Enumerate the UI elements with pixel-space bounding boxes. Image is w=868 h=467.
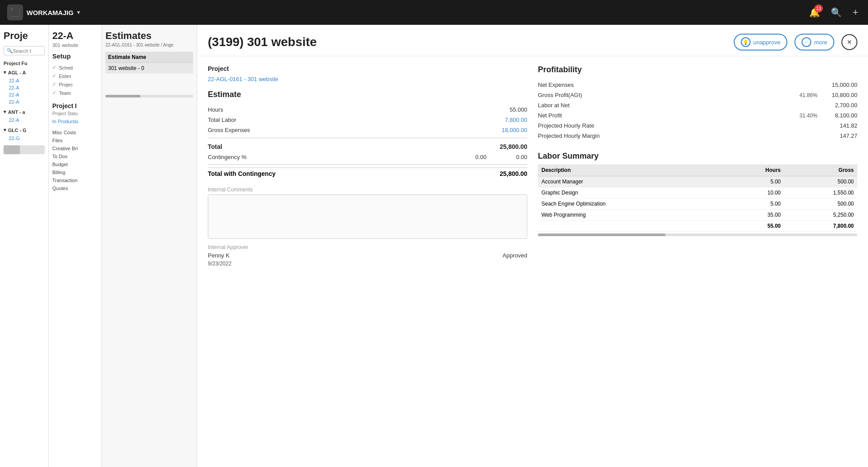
global-search-icon[interactable]: 🔍 bbox=[828, 4, 845, 20]
unapprove-button[interactable]: 💡 unapprove bbox=[734, 34, 787, 51]
estimate-expenses-value: 18,000.00 bbox=[502, 127, 527, 133]
contingency-val: 0.00 bbox=[492, 154, 527, 160]
contingency-pct: 0.00 bbox=[460, 154, 487, 160]
profit-net-profit-pct: 31.40% bbox=[786, 113, 817, 119]
agl-link-1[interactable]: 22-A bbox=[4, 77, 45, 84]
search-bar[interactable]: 🔍 bbox=[4, 46, 45, 55]
close-button[interactable]: × bbox=[841, 34, 857, 50]
side-budget[interactable]: Budget bbox=[52, 160, 98, 168]
glc-chevron-icon: ▾ bbox=[4, 127, 6, 133]
estimate-total-row: Total 25,800.00 bbox=[208, 141, 527, 152]
comments-box[interactable] bbox=[208, 195, 527, 239]
nav-schedule[interactable]: ✓ Sched bbox=[52, 63, 98, 72]
profitability-section: Profitability Net Expenses 15,000.00 Gro… bbox=[538, 65, 857, 141]
left-column: Project 22-AGL-0161 - 301 website Estima… bbox=[208, 65, 527, 267]
profit-hourly-margin-val: 147.27 bbox=[817, 132, 857, 139]
check-icon: ✓ bbox=[52, 65, 56, 70]
ant-link-1[interactable]: 22-A bbox=[4, 117, 45, 124]
ant-group: ▾ ANT - a 22-A bbox=[4, 109, 45, 124]
approver-name: Penny K bbox=[208, 252, 230, 259]
labor-gross-3: 500.00 bbox=[784, 198, 857, 210]
project-link[interactable]: 22-AGL-0161 - 301 website bbox=[208, 76, 278, 82]
glc-group: ▾ GLC - G 22-G bbox=[4, 127, 45, 142]
estimates-title: Estimates bbox=[105, 30, 193, 42]
profit-net-profit-label: Net Profit bbox=[538, 112, 786, 119]
nav-project[interactable]: ✓ Projec bbox=[52, 80, 98, 89]
labor-hours-4: 35.00 bbox=[725, 210, 784, 221]
labor-table: Description Hours Gross Account Manager … bbox=[538, 164, 857, 232]
side-transactions[interactable]: Transaction bbox=[52, 176, 98, 184]
profit-labor-net: Labor at Net 2,700.00 bbox=[538, 100, 857, 110]
labor-desc-3: Seach Engine Optimization bbox=[538, 198, 725, 210]
glc-group-label[interactable]: ▾ GLC - G bbox=[4, 127, 45, 133]
side-misc-costs[interactable]: Misc Costs bbox=[52, 128, 98, 136]
estimate-total-value: 25,800.00 bbox=[500, 143, 527, 150]
project-full-text: Project Fu bbox=[4, 61, 27, 66]
agl-group: ▾ AGL - A 22-A 22-A 22-A 22-A bbox=[4, 70, 45, 105]
detail-subtitle: 301 website bbox=[52, 43, 98, 48]
nav-team[interactable]: ✓ Team bbox=[52, 89, 98, 97]
project-full-label: Project Fu bbox=[4, 61, 45, 66]
profit-hourly-margin: Projected Hourly Margin 147.27 bbox=[538, 131, 857, 141]
profit-net-expenses: Net Expenses 15,000.00 bbox=[538, 80, 857, 90]
labor-col-hours: Hours bbox=[725, 164, 784, 176]
add-icon[interactable]: + bbox=[850, 4, 861, 21]
profit-labor-net-val: 2,700.00 bbox=[817, 102, 857, 109]
approver-row: Penny K Approved bbox=[208, 252, 527, 259]
agl-chevron-icon: ▾ bbox=[4, 70, 6, 75]
estimates-breadcrumb: 22-AGL-0161 - 301 website / Ange bbox=[105, 43, 193, 47]
app-logo[interactable]: ⬛ WORKAMAJIG ▾ bbox=[7, 4, 80, 20]
table-row: Graphic Design 10.00 1,550.00 bbox=[538, 187, 857, 198]
estimate-row-empty bbox=[105, 74, 193, 91]
table-row: Seach Engine Optimization 5.00 500.00 bbox=[538, 198, 857, 210]
profit-hourly-rate-label: Projected Hourly Rate bbox=[538, 122, 786, 129]
labor-footer-empty bbox=[538, 221, 725, 232]
agl-group-label[interactable]: ▾ AGL - A bbox=[4, 70, 45, 75]
profit-gross-pct: 41.86% bbox=[786, 92, 817, 98]
labor-hours-2: 10.00 bbox=[725, 187, 784, 198]
logo-icon: ⬛ bbox=[7, 4, 23, 20]
project-status-label: Project Statu bbox=[52, 111, 98, 116]
unapprove-label: unapprove bbox=[753, 39, 780, 46]
project-full-section: Project Fu bbox=[4, 61, 45, 66]
estimates-col-name: Estimate Name bbox=[105, 52, 193, 63]
app-chevron-icon[interactable]: ▾ bbox=[77, 9, 80, 16]
approver-date: 9/23/2022 bbox=[208, 261, 527, 267]
side-files[interactable]: Files bbox=[52, 136, 98, 144]
labor-gross-4: 5,250.00 bbox=[784, 210, 857, 221]
labor-summary-title: Labor Summary bbox=[538, 152, 857, 161]
more-button[interactable]: ··· more bbox=[794, 34, 834, 51]
table-row: Account Manager 5.00 500.00 bbox=[538, 176, 857, 187]
notifications-icon[interactable]: 🔔 13 bbox=[806, 4, 823, 20]
nav-estimates[interactable]: ✓ Estim bbox=[52, 72, 98, 80]
main-panel-header: (3199) 301 website 💡 unapprove ··· more … bbox=[197, 25, 868, 56]
profit-net-profit-val: 8,100.00 bbox=[817, 112, 857, 119]
estimate-labor-value: 7,800.00 bbox=[505, 117, 527, 123]
contingency-label: Contingency % bbox=[208, 154, 455, 160]
estimates-table: Estimate Name 301 website - 0 bbox=[105, 52, 193, 91]
side-todos[interactable]: To Dos bbox=[52, 152, 98, 160]
estimates-panel: Estimates 22-AGL-0161 - 301 website / An… bbox=[102, 25, 197, 467]
side-quotes[interactable]: Quotes bbox=[52, 184, 98, 192]
estimate-row[interactable]: 301 website - 0 bbox=[105, 63, 193, 74]
total-contingency-label: Total with Contingency bbox=[208, 170, 276, 177]
ant-group-label[interactable]: ▾ ANT - a bbox=[4, 109, 45, 115]
agl-link-3[interactable]: 22-A bbox=[4, 91, 45, 98]
search-input[interactable] bbox=[13, 48, 42, 54]
project-section-label: Project bbox=[208, 65, 527, 72]
side-creative-brief[interactable]: Creative Bri bbox=[52, 144, 98, 152]
labor-footer-gross: 7,800.00 bbox=[784, 221, 857, 232]
estimate-name: 301 website - 0 bbox=[105, 63, 193, 74]
agl-link-4[interactable]: 22-A bbox=[4, 98, 45, 105]
glc-link-1[interactable]: 22-G bbox=[4, 135, 45, 142]
approver-section: Internal Approver Penny K Approved 9/23/… bbox=[208, 244, 527, 267]
total-contingency-row: Total with Contingency 25,800.00 bbox=[208, 167, 527, 179]
side-billing[interactable]: Billing bbox=[52, 168, 98, 176]
estimate-section: Estimate Hours 55.000 Total Labor 7,800.… bbox=[208, 90, 527, 179]
check-icon-3: ✓ bbox=[52, 82, 56, 87]
labor-col-gross: Gross bbox=[784, 164, 857, 176]
top-navigation: ⬛ WORKAMAJIG ▾ 🔔 13 🔍 + bbox=[0, 0, 868, 25]
notification-badge: 13 bbox=[814, 4, 823, 12]
agl-link-2[interactable]: 22-A bbox=[4, 84, 45, 91]
profit-net-expenses-label: Net Expenses bbox=[538, 82, 786, 88]
